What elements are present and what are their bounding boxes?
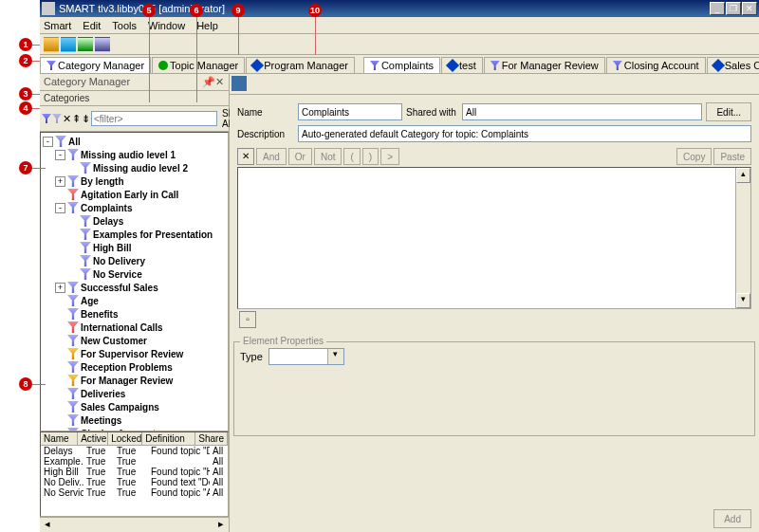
rparen-button[interactable]: ) bbox=[362, 148, 379, 165]
grid-col-active[interactable]: Active bbox=[78, 432, 108, 445]
tree-node[interactable]: -All bbox=[43, 135, 226, 148]
filter-input[interactable] bbox=[91, 111, 217, 126]
toolbar-icon-4[interactable] bbox=[95, 37, 110, 52]
sidebar-tab-1[interactable]: Topic Manager bbox=[152, 57, 245, 73]
query-box[interactable]: ▴ ▾ bbox=[237, 167, 751, 309]
tree-node[interactable]: For Supervisor Review bbox=[43, 347, 226, 360]
content-tab-4[interactable]: Sales Campaign - Family Package bbox=[707, 57, 759, 73]
filter-down-icon[interactable]: ⇟ bbox=[82, 111, 90, 126]
filter-funnel2-icon[interactable] bbox=[52, 111, 62, 126]
tree-node[interactable]: International Calls bbox=[43, 321, 226, 334]
tree-node[interactable]: Meetings bbox=[43, 413, 226, 427]
table-row[interactable]: No Deliv...TrueTrueFound text "Delivery"… bbox=[41, 477, 228, 487]
tree-node[interactable]: Sales Campaigns bbox=[43, 400, 226, 413]
cell: True bbox=[83, 456, 114, 467]
tree-node[interactable]: Examples for Presentation bbox=[43, 228, 226, 241]
tree-label: Reception Problems bbox=[81, 362, 173, 373]
add-button[interactable]: Add bbox=[713, 509, 751, 528]
grid-col-name[interactable]: Name bbox=[41, 432, 78, 445]
shared-input[interactable] bbox=[462, 103, 702, 120]
grid-col-locked[interactable]: Locked bbox=[108, 432, 142, 445]
filter-up-icon[interactable]: ⇞ bbox=[72, 111, 81, 126]
menu-smart[interactable]: Smart bbox=[44, 20, 71, 31]
callout-1: 1 bbox=[19, 38, 32, 51]
type-dropdown[interactable] bbox=[268, 348, 344, 365]
gt-button[interactable]: > bbox=[380, 148, 399, 165]
filter-delete-icon[interactable]: ✕ bbox=[63, 111, 71, 126]
pin-icon[interactable]: 📌 bbox=[202, 76, 213, 88]
table-row[interactable]: No ServiceTrueTrueFound topic "Adjustmen… bbox=[41, 487, 228, 498]
scroll-left[interactable]: ◂ bbox=[40, 518, 55, 532]
and-button[interactable]: And bbox=[256, 148, 287, 165]
expand-icon[interactable]: + bbox=[55, 283, 65, 293]
toolbar-icon-1[interactable] bbox=[44, 37, 59, 52]
tree-node[interactable]: No Service bbox=[43, 267, 226, 281]
cell: True bbox=[83, 487, 114, 498]
scroll-right[interactable]: ▸ bbox=[213, 518, 229, 532]
table-row[interactable]: High BillTrueTrueFound topic "High Bill … bbox=[41, 467, 228, 477]
tree-node[interactable]: Missing audio level 2 bbox=[43, 161, 226, 174]
minimize-button[interactable]: _ bbox=[710, 2, 725, 15]
content-tab-1[interactable]: test bbox=[441, 57, 483, 73]
maximize-button[interactable]: ❐ bbox=[726, 2, 741, 15]
edit-button[interactable]: Edit... bbox=[706, 102, 751, 121]
sidebar-close-icon[interactable]: ✕ bbox=[213, 76, 225, 88]
content-tab-2[interactable]: For Manager Review bbox=[484, 57, 605, 73]
sidebar-tab-2[interactable]: Program Manager bbox=[246, 57, 355, 73]
or-button[interactable]: Or bbox=[288, 148, 312, 165]
filter-funnel-icon[interactable] bbox=[42, 111, 51, 126]
tree-node[interactable]: +Successful Sales bbox=[43, 281, 226, 294]
menu-edit[interactable]: Edit bbox=[83, 20, 101, 31]
grid-col-share[interactable]: Share bbox=[195, 432, 228, 445]
menu-tools[interactable]: Tools bbox=[112, 20, 137, 31]
tab-label: Sales Campaign - Family Package bbox=[725, 60, 759, 71]
grid-col-def[interactable]: Definition bbox=[142, 432, 195, 445]
not-button[interactable]: Not bbox=[314, 148, 342, 165]
tree-node[interactable]: Age bbox=[43, 294, 226, 307]
content-tab-3[interactable]: Closing Account bbox=[606, 57, 706, 73]
lparen-button[interactable]: ( bbox=[343, 148, 360, 165]
tree-node[interactable]: +By length bbox=[43, 174, 226, 188]
expand-icon[interactable]: - bbox=[43, 137, 53, 147]
tree-node[interactable]: New Customer bbox=[43, 334, 226, 347]
query-delete-icon[interactable]: ✕ bbox=[237, 148, 254, 165]
expand-icon[interactable]: + bbox=[55, 176, 65, 187]
table-row[interactable]: Example...TrueTrueAll bbox=[41, 456, 228, 467]
save-icon[interactable] bbox=[231, 76, 247, 91]
copy-button[interactable]: Copy bbox=[676, 148, 712, 165]
paste-button[interactable]: Paste bbox=[713, 148, 751, 165]
tree-node[interactable]: High Bill bbox=[43, 241, 226, 254]
desc-label: Description bbox=[237, 129, 294, 139]
tree-node[interactable]: -Complaints bbox=[43, 201, 226, 214]
toolbar bbox=[40, 34, 759, 55]
toolbar-icon-2[interactable] bbox=[61, 37, 76, 52]
tree-node[interactable]: No Delivery bbox=[43, 254, 226, 267]
name-input[interactable] bbox=[298, 103, 402, 120]
tree-node[interactable]: Reception Problems bbox=[43, 360, 226, 374]
sidebar-tab-0[interactable]: Category Manager bbox=[40, 57, 151, 73]
menu-window[interactable]: Window bbox=[148, 20, 185, 31]
tree-node[interactable]: Deliveries bbox=[43, 387, 226, 400]
callout-3: 3 bbox=[19, 87, 32, 101]
menu-help[interactable]: Help bbox=[196, 20, 218, 31]
tree-node[interactable]: Agitation Early in Call bbox=[43, 188, 226, 201]
query-scrollbar[interactable]: ▴ ▾ bbox=[735, 168, 750, 308]
cell: No Service bbox=[41, 487, 83, 498]
tree-node[interactable]: Benefits bbox=[43, 307, 226, 321]
cell: True bbox=[114, 487, 148, 498]
category-tree[interactable]: -All-Missing audio level 1Missing audio … bbox=[40, 132, 229, 431]
expand-icon[interactable]: - bbox=[55, 150, 65, 160]
tree-node[interactable]: For Manager Review bbox=[43, 374, 226, 387]
tree-node[interactable]: Delays bbox=[43, 214, 226, 228]
toolbar-icon-3[interactable] bbox=[78, 37, 93, 52]
element-delete-icon[interactable]: ▫ bbox=[239, 311, 256, 328]
funnel-icon bbox=[491, 61, 500, 70]
app-icon bbox=[42, 2, 55, 15]
expand-icon[interactable]: - bbox=[55, 203, 65, 213]
tree-node[interactable]: -Missing audio level 1 bbox=[43, 148, 226, 161]
cell: High Bill bbox=[41, 467, 83, 477]
content-tab-0[interactable]: Complaints bbox=[363, 57, 440, 73]
desc-input[interactable] bbox=[298, 125, 751, 142]
table-row[interactable]: DelaysTrueTrueFound topic "Dissatisfacti… bbox=[41, 446, 228, 456]
close-button[interactable]: ✕ bbox=[742, 2, 757, 15]
